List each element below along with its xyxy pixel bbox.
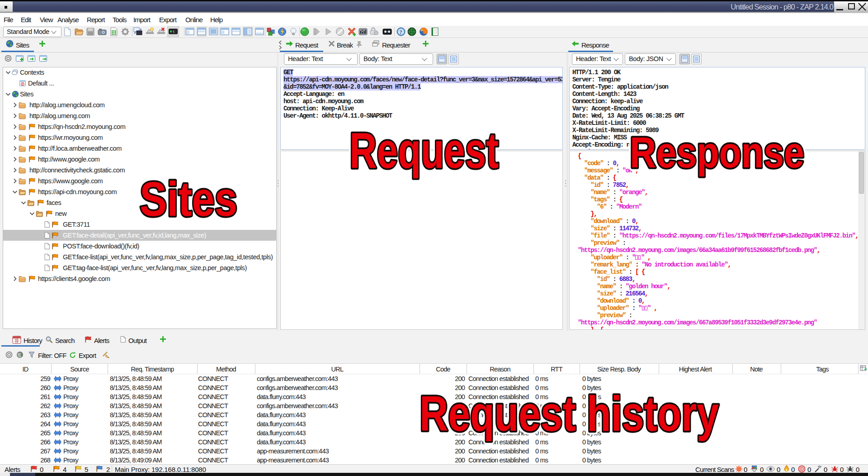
svg-text:Request history: Request history	[420, 386, 719, 441]
svg-text:Response: Response	[630, 128, 804, 176]
svg-text:Request: Request	[349, 122, 499, 179]
svg-text:Sites: Sites	[140, 172, 237, 226]
